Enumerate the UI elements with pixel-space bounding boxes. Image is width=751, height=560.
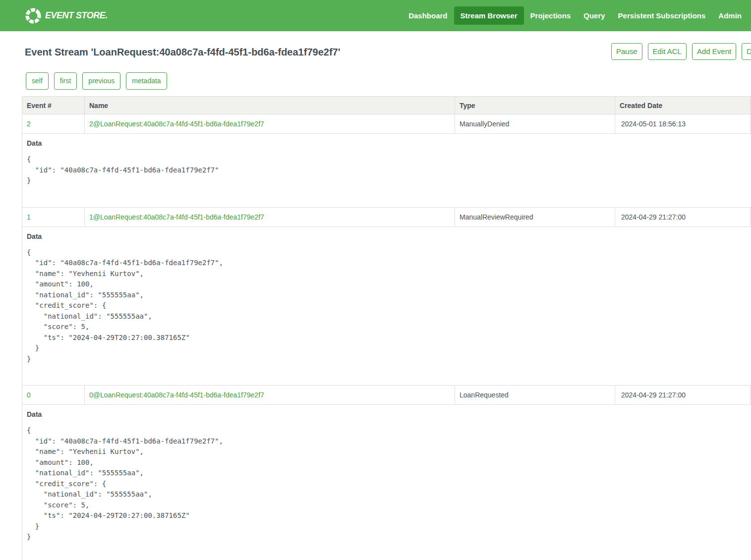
event-data-cell: Data { "id": "40a08c7a-f4fd-45f1-bd6a-fd… [22,405,751,560]
table-header-row: Event # Name Type Created Date [22,97,751,114]
table-row: 1 1@LoanRequest:40a08c7a-f4fd-45f1-bd6a-… [22,207,751,226]
event-link[interactable]: 1@LoanRequest:40a08c7a-f4fd-45f1-bd6a-fd… [89,213,264,221]
events-table: Event # Name Type Created Date 2 2@LoanR… [22,96,751,560]
event-data-json: { "id": "40a08c7a-f4fd-45f1-bd6a-fdea1f7… [27,154,751,207]
topbar: EVENT STORE. Dashboard Stream Browser Pr… [0,0,751,31]
nav-item-stream-browser[interactable]: Stream Browser [454,6,524,25]
add-event-button[interactable]: Add Event [692,43,736,60]
event-data-json: { "id": "40a08c7a-f4fd-45f1-bd6a-fdea1f7… [27,425,751,560]
nav-item-projections[interactable]: Projections [524,6,578,25]
column-header-event-number: Event # [22,97,85,114]
event-number: 2 [22,114,85,134]
column-header-type: Type [455,97,615,114]
event-link[interactable]: 0@LoanRequest:40a08c7a-f4fd-45f1-bd6a-fd… [89,391,264,399]
event-store-logo-icon [25,7,42,24]
event-type: ManualReviewRequired [455,207,615,226]
brand-name: EVENT STORE. [45,10,108,21]
event-created-date: 2024-04-29 21:27:00 [615,386,751,405]
event-number: 0 [22,386,85,405]
nav-item-admin[interactable]: Admin [712,6,748,25]
main-nav: Dashboard Stream Browser Projections Que… [402,6,748,25]
data-section-label: Data [27,139,751,147]
self-link-button[interactable]: self [26,72,49,90]
data-section-label: Data [27,232,751,240]
event-name-cell: 2@LoanRequest:40a08c7a-f4fd-45f1-bd6a-fd… [85,114,455,134]
data-section-label: Data [27,410,751,418]
table-row: 2 2@LoanRequest:40a08c7a-f4fd-45f1-bd6a-… [22,114,751,134]
page-title: Event Stream 'LoanRequest:40a08c7a-f4fd-… [25,43,340,61]
nav-item-query[interactable]: Query [577,6,611,25]
event-data-cell: Data { "id": "40a08c7a-f4fd-45f1-bd6a-fd… [22,134,751,208]
delete-button[interactable]: Delete [742,43,751,60]
event-number: 1 [22,207,85,226]
stream-nav-links: self first previous metadata [26,72,167,90]
table-row: 0 0@LoanRequest:40a08c7a-f4fd-45f1-bd6a-… [22,386,751,405]
event-name-cell: 0@LoanRequest:40a08c7a-f4fd-45f1-bd6a-fd… [85,386,455,405]
first-link-button[interactable]: first [54,72,77,90]
previous-link-button[interactable]: previous [82,72,120,90]
brand: EVENT STORE. [25,7,108,24]
event-type: ManuallyDenied [455,114,615,134]
column-header-name: Name [85,97,455,114]
table-row-data: Data { "id": "40a08c7a-f4fd-45f1-bd6a-fd… [22,405,751,560]
stream-action-buttons: Pause Edit ACL Add Event Delete [611,43,751,60]
nav-item-persistent-subscriptions[interactable]: Persistent Subscriptions [612,6,712,25]
pause-button[interactable]: Pause [611,43,642,60]
table-row-data: Data { "id": "40a08c7a-f4fd-45f1-bd6a-fd… [22,134,751,208]
column-header-created-date: Created Date [615,97,751,114]
table-row-data: Data { "id": "40a08c7a-f4fd-45f1-bd6a-fd… [22,226,751,386]
events-table-container: Event # Name Type Created Date 2 2@LoanR… [22,96,751,560]
event-created-date: 2024-05-01 18:56:13 [615,114,751,134]
edit-acl-button[interactable]: Edit ACL [648,43,687,60]
event-name-cell: 1@LoanRequest:40a08c7a-f4fd-45f1-bd6a-fd… [85,207,455,226]
nav-item-dashboard[interactable]: Dashboard [402,6,454,25]
metadata-link-button[interactable]: metadata [126,72,167,90]
event-type: LoanRequested [455,386,615,405]
event-data-json: { "id": "40a08c7a-f4fd-45f1-bd6a-fdea1f7… [27,247,751,386]
event-data-cell: Data { "id": "40a08c7a-f4fd-45f1-bd6a-fd… [22,226,751,386]
event-created-date: 2024-04-29 21:27:00 [615,207,751,226]
event-link[interactable]: 2@LoanRequest:40a08c7a-f4fd-45f1-bd6a-fd… [89,120,264,128]
